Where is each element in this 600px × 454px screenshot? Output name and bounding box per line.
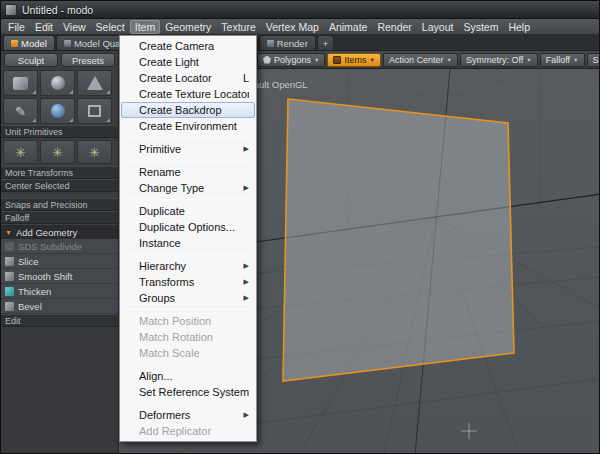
tool-button-sphere[interactable] — [40, 70, 75, 96]
menu-item-create-texture-locator[interactable]: Create Texture Locator — [121, 86, 255, 102]
add-geometry-label: Add Geometry — [16, 227, 77, 238]
menu-item-instance[interactable]: Instance — [121, 235, 255, 251]
axis-star-icon: ✳ — [15, 146, 26, 159]
backdrop-item[interactable] — [283, 99, 514, 381]
menu-item-create-backdrop[interactable]: Create Backdrop — [121, 102, 255, 118]
model-quad-tab-icon — [64, 40, 71, 47]
menu-edit[interactable]: Edit — [30, 20, 58, 34]
falloff-dropdown[interactable]: Falloff ▼ — [540, 53, 585, 67]
edit-header: Edit — [1, 314, 118, 327]
menu-system[interactable]: System — [458, 20, 503, 34]
tab-label: Model — [21, 38, 47, 49]
primitive-tool-grid: ✎ — [1, 69, 118, 125]
menu-view[interactable]: View — [58, 20, 91, 34]
menu-item-create-environment[interactable]: Create Environment — [121, 118, 255, 134]
menu-item-set-reference-system[interactable]: Set Reference System — [121, 384, 255, 400]
menu-select[interactable]: Select — [91, 20, 130, 34]
dropdown-arrow-icon: ▼ — [446, 57, 451, 63]
symmetry-dropdown[interactable]: Symmetry: Off ▼ — [460, 53, 538, 67]
menu-separator — [123, 309, 253, 310]
sidebar-tool-bevel[interactable]: Bevel — [1, 299, 118, 314]
menu-item-deformers[interactable]: Deformers▶ — [121, 407, 255, 423]
submenu-arrow-icon: ▶ — [244, 145, 249, 153]
tab-model[interactable]: Model — [3, 35, 55, 50]
submenu-arrow-icon: ▶ — [244, 262, 249, 270]
presets-button[interactable]: Presets — [61, 53, 115, 67]
polygon-icon — [263, 56, 271, 64]
unit-primitive-button-3[interactable]: ✳ — [77, 140, 112, 164]
panel-empty-area — [1, 327, 118, 454]
add-geometry-dropdown[interactable]: ▼ Add Geometry — [1, 224, 118, 239]
items-mode-button[interactable]: Items ▼ — [327, 53, 380, 67]
snaps-precision-header: Snaps and Precision — [1, 198, 118, 211]
model-tab-icon — [11, 40, 18, 47]
sidebar-tool-smooth-shift[interactable]: Smooth Shift — [1, 269, 118, 284]
polygons-mode-button[interactable]: Polygons ▼ — [257, 53, 325, 67]
window-title: Untitled - modo — [22, 4, 93, 16]
tab-add[interactable]: + — [317, 35, 335, 50]
sidebar-top-buttons: Sculpt Presets — [1, 51, 118, 69]
unit-primitives-header: Unit Primitives — [1, 125, 118, 138]
dropdown-arrow-icon: ▼ — [5, 229, 12, 236]
center-selected-row[interactable]: Center Selected — [1, 179, 118, 192]
menu-separator — [123, 160, 253, 161]
menu-render[interactable]: Render — [372, 20, 416, 34]
sculpt-button[interactable]: Sculpt — [4, 53, 58, 67]
tool-button-cube[interactable] — [3, 70, 38, 96]
tab-label: Model Quad — [74, 38, 126, 49]
tool-button-box[interactable] — [77, 98, 112, 124]
left-tool-panel: Sculpt Presets ✎ Unit Primitives ✳ ✳ ✳ — [1, 51, 119, 454]
menu-vertex-map[interactable]: Vertex Map — [261, 20, 324, 34]
sidebar-tool-thicken[interactable]: Thicken — [1, 284, 118, 299]
menu-texture[interactable]: Texture — [216, 20, 260, 34]
menu-item-change-type[interactable]: Change Type▶ — [121, 180, 255, 196]
sidebar-tool-sds-subdivide[interactable]: SDS Subdivide — [1, 239, 118, 254]
axis-star-icon: ✳ — [52, 146, 63, 159]
menu-item-transforms[interactable]: Transforms▶ — [121, 274, 255, 290]
cube-tool-icon — [13, 77, 28, 90]
menu-layout[interactable]: Layout — [417, 20, 459, 34]
smooth-shift-icon — [5, 272, 14, 281]
sidebar-tool-slice[interactable]: Slice — [1, 254, 118, 269]
menu-animate[interactable]: Animate — [324, 20, 373, 34]
menu-item-rename[interactable]: Rename — [121, 164, 255, 180]
render-tab-icon — [267, 40, 274, 47]
tab-label: Render — [277, 38, 308, 49]
sphere-tool-icon — [51, 76, 65, 90]
menu-item-create-light[interactable]: Create Light — [121, 54, 255, 70]
menu-item-align[interactable]: Align... — [121, 368, 255, 384]
more-transforms-row[interactable]: More Transforms — [1, 166, 118, 179]
tab-render[interactable]: Render — [259, 35, 316, 50]
menu-item-duplicate-options[interactable]: Duplicate Options... — [121, 219, 255, 235]
submenu-arrow-icon: ▶ — [244, 278, 249, 286]
menu-item-duplicate[interactable]: Duplicate — [121, 203, 255, 219]
app-window: Untitled - modo File Edit View Select It… — [0, 0, 600, 454]
unit-primitive-button-1[interactable]: ✳ — [3, 140, 38, 164]
tool-button-ball[interactable] — [40, 98, 75, 124]
tool-button-pen[interactable]: ✎ — [3, 98, 38, 124]
app-icon — [5, 4, 17, 16]
menu-item-primitive[interactable]: Primitive▶ — [121, 141, 255, 157]
bevel-icon — [5, 302, 14, 311]
menu-item-groups[interactable]: Groups▶ — [121, 290, 255, 306]
thicken-icon — [5, 287, 14, 296]
menu-separator — [123, 137, 253, 138]
menu-help[interactable]: Help — [503, 20, 535, 34]
action-center-dropdown[interactable]: Action Center ▼ — [383, 53, 458, 67]
menu-geometry[interactable]: Geometry — [160, 20, 216, 34]
menu-file[interactable]: File — [3, 20, 30, 34]
tool-button-cone[interactable] — [77, 70, 112, 96]
falloff-row[interactable]: Falloff — [1, 211, 118, 224]
dropdown-arrow-icon: ▼ — [526, 57, 531, 63]
menu-item-hierarchy[interactable]: Hierarchy▶ — [121, 258, 255, 274]
menu-item-create-camera[interactable]: Create Camera — [121, 38, 255, 54]
menu-item-match-rotation: Match Rotation — [121, 329, 255, 345]
titlebar[interactable]: Untitled - modo — [1, 1, 599, 19]
layout-tab-strip: Model Model Quad Render + — [1, 35, 599, 51]
dropdown-arrow-icon: ▼ — [370, 57, 375, 63]
snapping-dropdown[interactable]: Snapping ▼ — [587, 53, 599, 67]
menu-item-create-locator[interactable]: Create LocatorL — [121, 70, 255, 86]
pen-tool-icon: ✎ — [15, 105, 26, 118]
menu-item[interactable]: Item — [130, 20, 160, 34]
unit-primitive-button-2[interactable]: ✳ — [40, 140, 75, 164]
